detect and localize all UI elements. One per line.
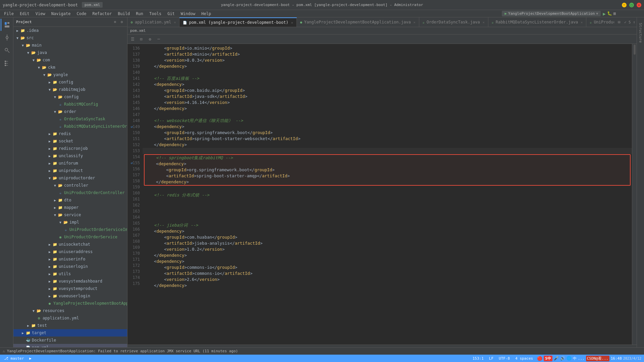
sidebar-settings[interactable]: ⚙ [119, 19, 124, 25]
tree-item-rabbitmqlistener[interactable]: ☕ RabbitMQDataSyncListenerOrder [13, 123, 127, 130]
tree-item-ckm[interactable]: ▼ 📂 ckm [13, 64, 127, 71]
tab-close[interactable]: ✕ [174, 20, 176, 24]
status-run[interactable]: ▶ [28, 355, 33, 362]
tree-item-uniproduct[interactable]: ▶ 📁 uniproduct [13, 167, 127, 174]
menu-navigate[interactable]: Navigate [49, 11, 73, 17]
activity-project[interactable] [1, 19, 13, 31]
tree-item-uniuseraddress[interactable]: ▶ 📁 uniuseraddress [13, 248, 127, 255]
tab-close[interactable]: ✕ [414, 20, 416, 24]
tree-item-service-interface[interactable]: ◉ UniProductOrderService [13, 233, 127, 241]
tree-item-config[interactable]: ▶ 📁 config [13, 78, 127, 86]
code-editor[interactable]: <groupId>io.minio</groupId> <artifactId>… [143, 44, 632, 345]
close-button[interactable]: ✕ [637, 3, 641, 7]
tree-item-order[interactable]: ▼ 📂 order [13, 108, 127, 115]
tree-item-yangle[interactable]: ▼ 📂 yangle [13, 71, 127, 78]
tab-pom-xml[interactable]: 📄 pom.xml (yangle-project-development-bo… [179, 17, 297, 27]
tree-item-ordercontroller[interactable]: ☕ UniProductOrderController [13, 189, 127, 196]
menu-build[interactable]: Build [115, 11, 132, 17]
status-indent[interactable]: 4 spaces [514, 355, 534, 362]
tree-item-vuelogin[interactable]: ▶ 📁 vueeuserlogin [13, 292, 127, 300]
activity-commit[interactable] [1, 32, 13, 44]
menu-run[interactable]: Run [133, 11, 146, 17]
tree-item-idea[interactable]: ▶ 📁 .idea [13, 27, 127, 34]
tab-application-yml[interactable]: ⚙ application.yml ✕ [127, 17, 179, 27]
tree-item-unclassify[interactable]: ▶ 📁 unclassify [13, 152, 127, 160]
editor-content[interactable]: 136 137 138 139 140 141 142 143 144 145 … [127, 44, 637, 345]
tree-item-service-folder[interactable]: ▼ 📂 service [13, 211, 127, 219]
tree-item-controller[interactable]: ▼ 📂 controller [13, 182, 127, 189]
structure-btn[interactable]: ☰ [129, 36, 136, 43]
tree-item-mapper[interactable]: ▶ 📁 mapper [13, 204, 127, 211]
tree-item-serviceimpl[interactable]: ☕ UniProductOrderServiceImpl [13, 226, 127, 233]
tree-item-rabbitmqjob[interactable]: ▼ 📂 rabbitmqjob [13, 86, 127, 93]
tree-arrow: ▶ [52, 205, 58, 210]
run-button[interactable]: ▶ [603, 11, 605, 16]
tree-item-java[interactable]: ▼ 📂 java [13, 49, 127, 56]
status-lf[interactable]: LF [488, 355, 495, 362]
menu-file[interactable]: File [1, 11, 16, 17]
status-encoding[interactable]: UTF-8 [497, 355, 511, 362]
menu-window[interactable]: Window [178, 11, 198, 17]
tab-uniproduct-service[interactable]: ☕ UniProductOrderService... ✕ [586, 17, 614, 27]
status-position[interactable]: 153:1 [471, 355, 485, 362]
minimize-button[interactable]: ─ [622, 3, 627, 7]
layout-btn[interactable]: ⊡ [138, 36, 145, 43]
yaml-icon: ⚙ [36, 315, 42, 321]
tree-item-redis[interactable]: ▶ 📁 redis [13, 130, 127, 137]
tab-close[interactable]: ✕ [581, 20, 583, 24]
tree-item-socket[interactable]: ▶ 📁 socket [13, 137, 127, 145]
tree-item-uniforum[interactable]: ▶ 📁 uniforum [13, 160, 127, 167]
menu-view[interactable]: View [33, 11, 48, 17]
side-label-structure[interactable]: Structure [638, 20, 643, 46]
tab-rabbitmq-listener[interactable]: ☕ RabbitMQDataSyncListenerOrder.java ✕ [488, 17, 587, 27]
breadcrumb-item[interactable]: pom.xml [130, 28, 146, 33]
tree-item-rabbitmqconfig[interactable]: ☕ RabbitMQConfig [13, 101, 127, 108]
tree-item-appyml[interactable]: ⚙ application.yml [13, 314, 127, 322]
menu-help[interactable]: Help [199, 11, 214, 17]
tree-item-target[interactable]: ▶ 📁 target [13, 329, 127, 337]
tab-ordersynctask[interactable]: ☕ OrderDataSyncTask.java ✕ [419, 17, 488, 27]
debug-button[interactable]: 🐛 [607, 11, 612, 16]
tree-item-dockerfile[interactable]: 🐳 Dockerfile [13, 337, 127, 344]
tab-close[interactable]: ✕ [291, 21, 293, 24]
tree-item-test[interactable]: ▶ 📁 test [13, 322, 127, 329]
tree-item-com[interactable]: ▼ 📂 com [13, 56, 127, 64]
tree-item-uniuserlogin[interactable]: ▶ 📁 uniuserlogin [13, 263, 127, 270]
tree-item-impl[interactable]: ▼ 📂 impl [13, 219, 127, 226]
tree-item-rediscronjob[interactable]: ▶ 📁 rediscronjob [13, 145, 127, 152]
menu-refactor[interactable]: Refactor [90, 11, 114, 17]
tree-item-uniuserinfo[interactable]: ▶ 📁 uniuserinfo [13, 255, 127, 263]
tree-item-ordersynctask[interactable]: ☕ OrderDataSyncTask [13, 115, 127, 123]
tree-item-src[interactable]: ▼ 📂 src [13, 34, 127, 42]
settings-btn[interactable]: ⚙ [146, 36, 154, 43]
activity-search[interactable] [1, 44, 13, 56]
run-config-selector[interactable]: ▶ YangleProjectDevelopmentBootApplicatio… [502, 11, 601, 16]
status-git[interactable]: ⎇ master [3, 355, 25, 362]
tree-item-uniproductorder[interactable]: ▼ 📂 uniproductorder [13, 174, 127, 182]
ime-indicator[interactable]: S中 [544, 356, 552, 361]
coverage-button[interactable]: ▦ [613, 11, 616, 16]
tree-item-resources[interactable]: ▼ 📂 resources [13, 307, 127, 314]
tree-item-unisocketchat[interactable]: ▶ 📁 unisocketchat [13, 241, 127, 248]
tab-close[interactable]: ✕ [483, 20, 485, 24]
maximize-button[interactable]: □ [629, 3, 634, 7]
activity-structure[interactable] [1, 57, 13, 69]
menu-tools[interactable]: Tools [147, 11, 164, 17]
tree-item-vuesysprod[interactable]: ▶ 📁 vuesystemproduct [13, 285, 127, 292]
tree-item-rabbit-config[interactable]: ▼ 📂 config [13, 93, 127, 101]
tree-item-utils[interactable]: ▶ 📁 utils [13, 270, 127, 278]
scroll-gutter[interactable] [632, 44, 637, 345]
search-btn[interactable]: ─ [155, 36, 162, 43]
tab-bootapp-java[interactable]: ● YangleProjectDevelopmentBootApplicatio… [297, 17, 419, 27]
sidebar-content[interactable]: ▶ 📁 .idea ▼ 📂 src ▼ 📂 main ▼ 📂 j [13, 27, 127, 354]
tree-item-main[interactable]: ▼ 📂 main [13, 42, 127, 49]
tree-item-dto[interactable]: ▶ 📁 dto [13, 196, 127, 204]
tree-label: uniforum [59, 161, 78, 166]
split-editor-btn[interactable]: ⊟ [615, 18, 623, 26]
sidebar-collapse-all[interactable]: ≡ [112, 19, 118, 25]
menu-edit[interactable]: Edit [17, 11, 32, 17]
menu-git[interactable]: Git [165, 11, 177, 17]
tree-item-vuesysdash[interactable]: ▶ 📁 vuesystemdashboard [13, 278, 127, 285]
tree-item-bootapp[interactable]: ● YangleProjectDevelopmentBootApplicatio… [13, 300, 127, 307]
menu-code[interactable]: Code [74, 11, 89, 17]
